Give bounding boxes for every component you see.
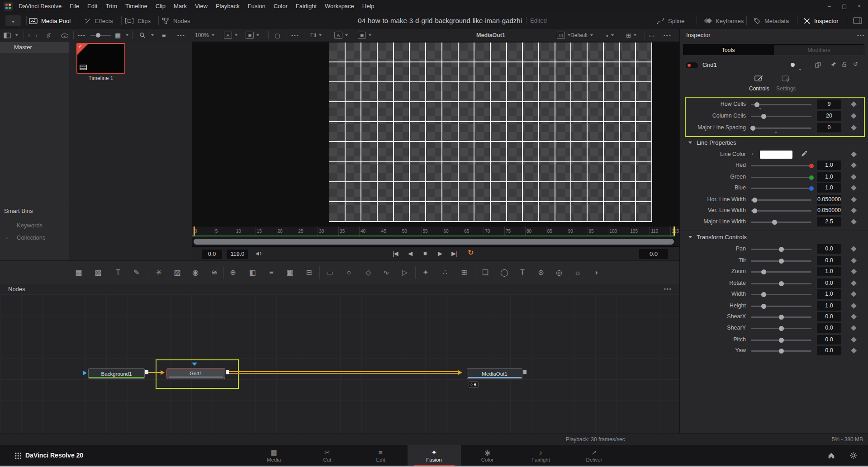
tracker-tool-icon[interactable]: ∴ bbox=[439, 267, 451, 278]
param-slider-handle[interactable] bbox=[779, 338, 784, 343]
param-value-field[interactable]: 1.0 bbox=[817, 172, 841, 182]
play-button[interactable]: ▶ bbox=[438, 250, 442, 258]
thumbnail-size-slider[interactable] bbox=[90, 29, 111, 42]
keyframe-diamond-icon[interactable] bbox=[851, 162, 857, 168]
panel-layout-icon[interactable] bbox=[853, 17, 862, 24]
keyframe-diamond-icon[interactable] bbox=[851, 197, 857, 203]
playback-speed-field[interactable]: 0.0 bbox=[639, 249, 668, 259]
viewer-layout-button[interactable]: ▢ bbox=[275, 29, 280, 42]
gradient-tool-icon[interactable]: ▨ bbox=[171, 267, 184, 278]
section-header-transform-controls[interactable]: Transform Controls bbox=[680, 233, 868, 241]
node-background1[interactable]: Background1 bbox=[88, 368, 145, 379]
viewer-right-buffer-select[interactable]: ▣ bbox=[358, 29, 371, 42]
back-icon[interactable]: ‹ bbox=[28, 29, 30, 42]
viewer-grid-image[interactable] bbox=[329, 42, 652, 222]
param-slider[interactable] bbox=[751, 328, 811, 329]
merge-tool-icon[interactable]: ⊕ bbox=[227, 267, 239, 278]
media-pool-options-menu[interactable]: ••• bbox=[78, 29, 86, 42]
duration-field[interactable]: 119.0 bbox=[227, 250, 248, 259]
text-3d-tool-icon[interactable]: Ŧ bbox=[516, 267, 529, 278]
toolbar-button-keyframes[interactable]: Keyframes bbox=[704, 13, 744, 29]
page-tab-edit[interactable]: ≡Edit bbox=[354, 445, 408, 466]
page-tab-media[interactable]: ▦Media bbox=[247, 445, 301, 466]
glow-tool-icon[interactable]: ◉ bbox=[189, 267, 202, 278]
timeline-clip-label[interactable]: Timeline 1 bbox=[76, 75, 125, 81]
menu-color[interactable]: Color bbox=[270, 0, 292, 13]
background1-input-arrow-icon[interactable] bbox=[83, 371, 87, 375]
param-slider[interactable] bbox=[751, 188, 811, 189]
param-value-field[interactable]: 0.0 bbox=[817, 244, 841, 254]
param-slider[interactable] bbox=[751, 177, 811, 178]
param-slider-handle[interactable] bbox=[761, 292, 766, 297]
timeline-scrollbar-handle[interactable] bbox=[194, 239, 674, 245]
page-tab-fusion[interactable]: ✦Fusion bbox=[408, 445, 461, 466]
param-slider[interactable] bbox=[751, 260, 811, 262]
param-value-field[interactable]: 0 bbox=[817, 123, 841, 132]
sphere-3d-tool-icon[interactable]: ◯ bbox=[498, 267, 511, 278]
camera-3d-tool-icon[interactable]: ◎ bbox=[553, 267, 565, 278]
bin-item-collections[interactable]: ›Collections bbox=[0, 233, 69, 243]
menu-fairlight[interactable]: Fairlight bbox=[292, 0, 321, 13]
cloud-sync-icon[interactable] bbox=[61, 29, 69, 42]
toolbar-button-clips[interactable]: Clips bbox=[125, 13, 151, 29]
param-value-field[interactable]: 0.0 bbox=[817, 256, 841, 265]
color-expand-chevron-icon[interactable]: › bbox=[752, 151, 754, 157]
param-value-field[interactable]: 0.0 bbox=[817, 312, 841, 321]
param-slider[interactable] bbox=[751, 283, 811, 284]
expand-chevron-icon[interactable]: › bbox=[6, 233, 8, 243]
param-value-field[interactable]: 1.0 bbox=[817, 301, 841, 311]
grid1-input-arrow-icon[interactable] bbox=[161, 370, 165, 375]
bin-sidebar-toggle-icon[interactable] bbox=[4, 29, 11, 42]
toolbar-button-spline[interactable]: Spline bbox=[657, 13, 684, 29]
viewer-channels-select[interactable]: A bbox=[224, 29, 237, 42]
polygon-mask-icon[interactable]: ▷ bbox=[398, 267, 411, 278]
param-slider[interactable] bbox=[751, 294, 811, 295]
keyframe-diamond-icon[interactable] bbox=[851, 219, 857, 225]
toolbar-button-nodes[interactable]: Nodes bbox=[162, 13, 190, 29]
tab-modifiers[interactable]: Modifiers bbox=[773, 44, 864, 55]
subtab-settings[interactable]: Settings bbox=[776, 75, 796, 92]
viewer-fit-select[interactable]: Fit bbox=[310, 29, 322, 42]
param-slider-handle[interactable] bbox=[809, 186, 814, 191]
param-slider-handle[interactable] bbox=[752, 198, 757, 203]
param-slider-handle[interactable] bbox=[772, 220, 777, 225]
param-value-field[interactable]: 0.0 bbox=[817, 323, 841, 333]
param-value-field[interactable]: 1.0 bbox=[817, 289, 841, 299]
sort-order-icon[interactable]: ≡ bbox=[162, 29, 166, 42]
grid1-enable-toggle[interactable] bbox=[686, 62, 698, 68]
nodes-options-menu[interactable]: ••• bbox=[664, 286, 672, 292]
menu-playback[interactable]: Playback bbox=[212, 0, 244, 13]
mediaout1-input-arrow-icon[interactable] bbox=[458, 370, 462, 375]
keyframe-diamond-icon[interactable] bbox=[851, 246, 857, 252]
viewer-buffer-select[interactable]: ▣ bbox=[246, 29, 259, 42]
keyframe-diamond-icon[interactable] bbox=[851, 337, 857, 343]
media-out-tool-icon[interactable]: ▣ bbox=[284, 267, 296, 278]
param-slider-handle[interactable] bbox=[779, 326, 784, 331]
particles-tool-icon[interactable]: ✳ bbox=[152, 267, 165, 278]
minimize-button[interactable]: – bbox=[822, 0, 836, 13]
go-last-button[interactable]: ▶| bbox=[451, 250, 456, 258]
page-tab-deliver[interactable]: ↗Deliver bbox=[568, 445, 621, 466]
page-tab-cut[interactable]: ✂Cut bbox=[301, 445, 354, 466]
param-value-field[interactable]: 0.050000 bbox=[817, 206, 841, 215]
keyframe-diamond-icon[interactable] bbox=[851, 151, 857, 157]
menu-davinci-resolve[interactable]: DaVinci Resolve bbox=[14, 0, 66, 13]
menu-mark[interactable]: Mark bbox=[170, 0, 191, 13]
background1-output-socket[interactable] bbox=[145, 370, 148, 374]
bin-item-keywords[interactable]: Keywords bbox=[0, 221, 69, 231]
blur-tool-icon[interactable]: ≋ bbox=[208, 267, 221, 278]
text-tool-icon[interactable]: T bbox=[112, 267, 124, 278]
copy-icon[interactable] bbox=[815, 62, 821, 68]
home-icon[interactable] bbox=[828, 452, 835, 459]
node-graph[interactable]: Background1 Grid1 MediaOut1 bbox=[0, 294, 679, 433]
tab-tools[interactable]: Tools bbox=[683, 44, 773, 55]
param-value-field[interactable]: 1.0 bbox=[817, 267, 841, 276]
param-slider-handle[interactable] bbox=[761, 114, 766, 119]
param-slider-handle[interactable] bbox=[761, 304, 766, 309]
param-value-field[interactable]: 1.0 bbox=[817, 160, 841, 170]
play-reverse-button[interactable]: ◀ bbox=[408, 250, 412, 258]
menu-clip[interactable]: Clip bbox=[152, 0, 170, 13]
param-value-field[interactable]: 0.0 bbox=[817, 346, 841, 355]
underlay-tool-icon[interactable]: ⊟ bbox=[303, 267, 315, 278]
background-tool-icon[interactable]: ▦ bbox=[72, 267, 85, 278]
